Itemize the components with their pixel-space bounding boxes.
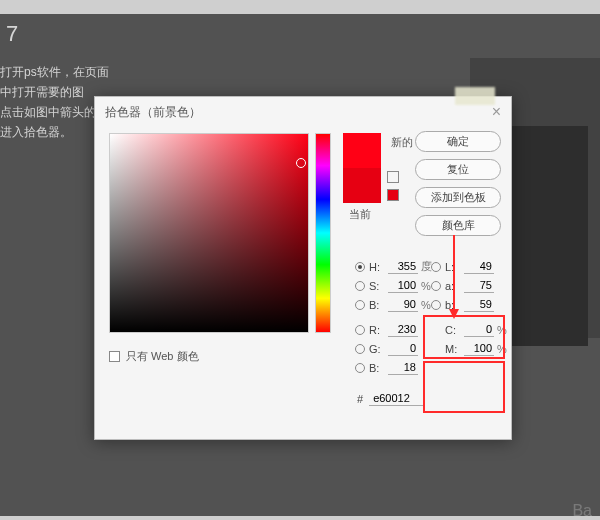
gamut-warning-icon[interactable] <box>387 171 399 183</box>
input-g[interactable] <box>388 341 418 356</box>
label-h: H: <box>369 261 385 273</box>
input-h[interactable] <box>388 259 418 274</box>
dialog-title: 拾色器（前景色） <box>105 104 201 121</box>
annotation-box-yk <box>423 361 505 413</box>
web-colors-checkbox[interactable]: 只有 Web 颜色 <box>109 349 199 364</box>
radio-r[interactable] <box>355 325 365 335</box>
input-lb[interactable] <box>464 297 494 312</box>
input-c[interactable] <box>464 322 494 337</box>
radio-b[interactable] <box>355 300 365 310</box>
web-colors-label: 只有 Web 颜色 <box>126 349 199 364</box>
color-swatch <box>343 133 381 203</box>
label-b: B: <box>369 299 385 311</box>
swatch-current-label: 当前 <box>349 207 371 222</box>
input-r[interactable] <box>388 322 418 337</box>
label-a: a: <box>445 280 461 292</box>
label-s: S: <box>369 280 385 292</box>
hex-input[interactable] <box>369 391 425 406</box>
radio-bb[interactable] <box>355 363 365 373</box>
input-s[interactable] <box>388 278 418 293</box>
input-l[interactable] <box>464 259 494 274</box>
radio-h[interactable] <box>355 262 365 272</box>
input-m[interactable] <box>464 341 494 356</box>
add-swatch-button[interactable]: 添加到色板 <box>415 187 501 208</box>
unit-m: % <box>497 343 511 355</box>
lab-cmyk-column: L: a: b: C:% M:% <box>431 257 511 358</box>
label-r: R: <box>369 324 385 336</box>
input-bb[interactable] <box>388 360 418 375</box>
dialog-buttons: 确定 复位 添加到色板 颜色库 <box>415 131 501 236</box>
hsb-rgb-column: H:度 S:% B:% R: G: B: <box>355 257 435 377</box>
censored-area <box>455 87 495 105</box>
radio-l[interactable] <box>431 262 441 272</box>
label-lb: b: <box>445 299 461 311</box>
input-b[interactable] <box>388 297 418 312</box>
ok-button[interactable]: 确定 <box>415 131 501 152</box>
color-libraries-button[interactable]: 颜色库 <box>415 215 501 236</box>
label-bb: B: <box>369 362 385 374</box>
swatch-new-label: 新的 <box>391 135 413 150</box>
color-field-cursor[interactable] <box>296 158 306 168</box>
hue-slider[interactable] <box>315 133 331 333</box>
reset-button[interactable]: 复位 <box>415 159 501 180</box>
swatch-new <box>343 133 381 168</box>
swatch-current <box>343 168 381 203</box>
unit-c: % <box>497 324 511 336</box>
radio-s[interactable] <box>355 281 365 291</box>
dialog-titlebar: 拾色器（前景色） × <box>95 97 511 127</box>
label-g: G: <box>369 343 385 355</box>
color-field[interactable] <box>109 133 309 333</box>
label-m: M: <box>445 343 461 355</box>
label-l: L: <box>445 261 461 273</box>
hex-row: # <box>357 391 425 406</box>
color-picker-dialog: 拾色器（前景色） × 新的 当前 确定 复位 添加到色板 颜色库 H:度 S:%… <box>94 96 512 440</box>
close-icon[interactable]: × <box>492 103 501 121</box>
hex-label: # <box>357 393 363 405</box>
checkbox-icon[interactable] <box>109 351 120 362</box>
watermark: Ba <box>572 502 592 520</box>
gamut-swatch[interactable] <box>387 189 399 201</box>
radio-g[interactable] <box>355 344 365 354</box>
radio-lb[interactable] <box>431 300 441 310</box>
input-a[interactable] <box>464 278 494 293</box>
bg-step-number: 7 <box>0 24 120 44</box>
radio-a[interactable] <box>431 281 441 291</box>
label-c: C: <box>445 324 461 336</box>
